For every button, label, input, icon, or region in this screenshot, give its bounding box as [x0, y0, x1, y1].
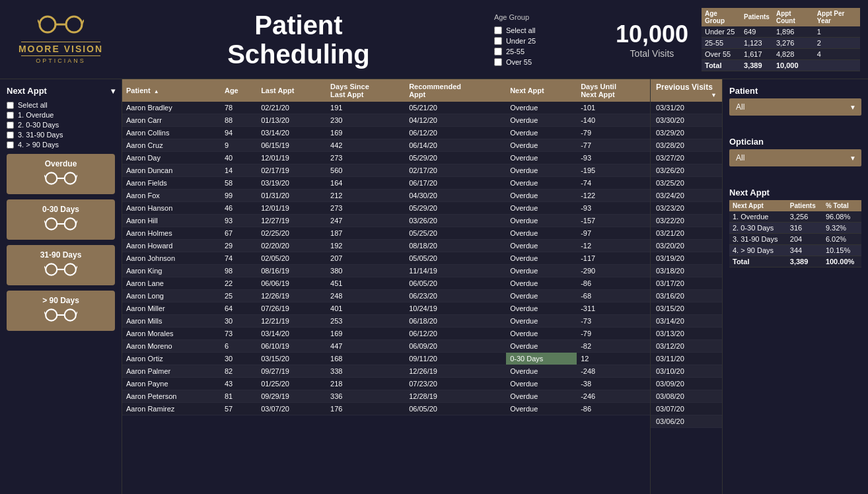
col-rec-appt[interactable]: RecommendedAppt [405, 79, 506, 102]
patient-days-until: -77 [577, 139, 650, 152]
col-days-until[interactable]: Days UntilNext Appt [577, 79, 650, 102]
table-row[interactable]: Aaron Ramirez 57 03/07/20 176 06/05/20 O… [122, 403, 650, 415]
filter-31-90-days-checkbox[interactable] [7, 131, 14, 139]
table-row[interactable]: Aaron Johnson 74 02/05/20 207 05/05/20 O… [122, 252, 650, 265]
col-patient[interactable]: Patient ▲ [122, 79, 221, 102]
patient-days-until: -101 [577, 102, 650, 114]
list-item[interactable]: 03/16/20 [651, 290, 722, 302]
filter-overdue-checkbox[interactable] [7, 112, 14, 119]
age-group-under25-checkbox[interactable] [494, 37, 502, 45]
table-row[interactable]: Aaron Miller 64 07/26/19 401 10/24/19 Ov… [122, 302, 650, 315]
filter-select-all[interactable]: Select all [7, 101, 115, 109]
list-item[interactable]: 03/20/20 [651, 240, 722, 252]
table-row[interactable]: Aaron Payne 43 01/25/20 218 07/23/20 Ove… [122, 378, 650, 390]
list-item[interactable]: 03/15/20 [651, 302, 722, 315]
list-item[interactable]: 03/08/20 [651, 390, 722, 403]
table-row[interactable]: Aaron Bradley 78 02/21/20 191 05/21/20 O… [122, 102, 650, 114]
table-row[interactable]: Aaron Carr 88 01/13/20 230 04/12/20 Over… [122, 114, 650, 127]
table-row[interactable]: Aaron Fox 99 01/31/20 212 04/30/20 Overd… [122, 190, 650, 202]
table-row[interactable]: Aaron Duncan 14 02/17/19 560 02/17/20 Ov… [122, 164, 650, 177]
list-item[interactable]: 03/31/20 [651, 102, 722, 114]
filter-31-90-days[interactable]: 3. 31-90 Days [7, 131, 115, 139]
list-item[interactable]: 03/13/20 [651, 328, 722, 340]
age-group-select-all[interactable]: Select all [494, 26, 592, 34]
list-item[interactable]: 03/28/20 [651, 139, 722, 152]
table-row[interactable]: Aaron Morales 73 03/14/20 169 06/12/20 O… [122, 328, 650, 340]
list-item[interactable]: 03/11/20 [651, 353, 722, 365]
list-item[interactable]: 03/27/20 [651, 152, 722, 164]
patient-age: 6 [221, 340, 257, 353]
table-row[interactable]: Aaron Lane 22 06/06/19 451 06/05/20 Over… [122, 277, 650, 290]
list-item[interactable]: 03/14/20 [651, 315, 722, 328]
patient-rec-appt: 06/17/20 [405, 177, 506, 190]
table-row[interactable]: Aaron Collins 94 03/14/20 169 06/12/20 O… [122, 127, 650, 139]
filter-90plus-days[interactable]: 4. > 90 Days [7, 141, 115, 149]
list-item[interactable]: 03/10/20 [651, 365, 722, 378]
patient-name: Aaron Peterson [122, 390, 221, 403]
right-panel: Patient All Optician All Next Appt Next … [723, 79, 868, 494]
summary-appt-count: 4,828 [773, 48, 814, 59]
patient-next-appt: Overdue [506, 403, 577, 415]
age-group-select-all-checkbox[interactable] [494, 26, 502, 34]
list-item[interactable]: 03/17/20 [651, 277, 722, 290]
status-card-31-90-days[interactable]: 31-90 Days [7, 245, 115, 285]
filter-0-30-days[interactable]: 2. 0-30 Days [7, 121, 115, 129]
table-row[interactable]: Aaron Peterson 81 09/29/19 336 12/28/19 … [122, 390, 650, 403]
list-item[interactable]: 03/21/20 [651, 227, 722, 240]
table-row[interactable]: Aaron Cruz 9 06/15/19 442 06/14/20 Overd… [122, 139, 650, 152]
data-table-wrapper[interactable]: Patient ▲ Age Last Appt Days SinceLast A… [122, 79, 650, 494]
filter-select-all-checkbox[interactable] [7, 102, 14, 109]
col-days-since[interactable]: Days SinceLast Appt [326, 79, 405, 102]
patient-name: Aaron Moreno [122, 340, 221, 353]
table-row[interactable]: Aaron Holmes 67 02/25/20 187 05/25/20 Ov… [122, 227, 650, 240]
patient-days-since: 192 [326, 240, 405, 252]
age-group-25-55-checkbox[interactable] [494, 48, 502, 55]
patient-dropdown[interactable]: All [729, 98, 861, 116]
table-row[interactable]: Aaron Howard 29 02/20/20 192 08/18/20 Ov… [122, 240, 650, 252]
table-row[interactable]: Aaron Palmer 82 09/27/19 338 12/26/19 Ov… [122, 365, 650, 378]
age-group-under25[interactable]: Under 25 [494, 37, 592, 45]
age-group-25-55[interactable]: 25-55 [494, 48, 592, 55]
list-item[interactable]: 03/12/20 [651, 340, 722, 353]
list-item[interactable]: 03/30/20 [651, 114, 722, 127]
previous-visits-list[interactable]: 03/31/2003/30/2003/29/2003/28/2003/27/20… [651, 102, 722, 494]
table-row[interactable]: Aaron Fields 58 03/19/20 164 06/17/20 Ov… [122, 177, 650, 190]
filter-overdue[interactable]: 1. Overdue [7, 111, 115, 119]
table-row[interactable]: Aaron Hanson 46 12/01/19 273 05/29/20 Ov… [122, 202, 650, 215]
list-item[interactable]: 03/25/20 [651, 177, 722, 190]
table-row[interactable]: Aaron Mills 30 12/21/19 253 06/18/20 Ove… [122, 315, 650, 328]
status-card-overdue[interactable]: Overdue [7, 154, 115, 194]
table-row[interactable]: Aaron Ortiz 30 03/15/20 168 09/11/20 0-3… [122, 353, 650, 365]
table-row[interactable]: Aaron King 98 08/16/19 380 11/14/19 Over… [122, 265, 650, 277]
patient-days-since: 169 [326, 127, 405, 139]
list-item[interactable]: 03/09/20 [651, 378, 722, 390]
list-item[interactable]: 03/18/20 [651, 265, 722, 277]
table-row[interactable]: Aaron Long 25 12/26/19 248 06/23/20 Over… [122, 290, 650, 302]
col-next-appt[interactable]: Next Appt [506, 79, 577, 102]
list-item[interactable]: 03/23/20 [651, 202, 722, 215]
list-item[interactable]: 03/07/20 [651, 403, 722, 415]
optician-dropdown[interactable]: All [729, 149, 861, 166]
list-item[interactable]: 03/29/20 [651, 127, 722, 139]
table-row[interactable]: Aaron Moreno 6 06/10/19 447 06/09/20 Ove… [122, 340, 650, 353]
list-item[interactable]: 03/22/20 [651, 215, 722, 227]
list-item[interactable]: 03/26/20 [651, 164, 722, 177]
list-item[interactable]: 03/24/20 [651, 190, 722, 202]
age-group-over55[interactable]: Over 55 [494, 58, 592, 66]
status-card-0-30-days[interactable]: 0-30 Days [7, 199, 115, 240]
status-card-90plus-days[interactable]: > 90 Days [7, 291, 115, 331]
optician-filter-label: Optician [729, 137, 861, 147]
filter-90plus-days-checkbox[interactable] [7, 141, 14, 149]
col-age[interactable]: Age [221, 79, 257, 102]
list-item[interactable]: 03/19/20 [651, 252, 722, 265]
age-group-over55-checkbox[interactable] [494, 58, 502, 66]
filter-header[interactable]: Next Appt ▾ [7, 86, 115, 96]
days-90plus-glasses-icon [12, 308, 110, 326]
list-item[interactable]: 03/06/20 [651, 415, 722, 428]
patient-next-appt: Overdue [506, 240, 577, 252]
table-row[interactable]: Aaron Day 40 12/01/19 273 05/29/20 Overd… [122, 152, 650, 164]
col-last-appt[interactable]: Last Appt [257, 79, 326, 102]
filter-0-30-days-checkbox[interactable] [7, 122, 14, 129]
svg-point-21 [65, 309, 76, 320]
table-row[interactable]: Aaron Hill 93 12/27/19 247 03/26/20 Over… [122, 215, 650, 227]
